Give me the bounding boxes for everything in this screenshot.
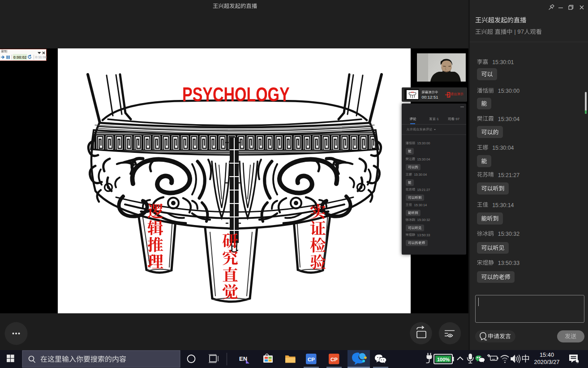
svg-text:15:30:14: 15:30:14 xyxy=(492,202,514,208)
svg-text:15:30:04: 15:30:04 xyxy=(498,116,519,122)
svg-text:·97: ·97 xyxy=(455,117,459,121)
svg-text:13:50:33: 13:50:33 xyxy=(498,260,519,266)
svg-text:·1: ·1 xyxy=(436,117,439,121)
svg-text:15:30:32: 15:30:32 xyxy=(417,218,430,222)
svg-text:15:21:27: 15:21:27 xyxy=(417,188,430,192)
svg-text:15:30:04: 15:30:04 xyxy=(414,173,427,177)
svg-text:15:30:01: 15:30:01 xyxy=(492,59,514,65)
svg-text:| 97: | 97 xyxy=(514,28,524,35)
svg-text:15:30:14: 15:30:14 xyxy=(414,203,427,207)
svg-text:13:50:33: 13:50:33 xyxy=(417,233,430,237)
svg-text:15:30:00: 15:30:00 xyxy=(498,88,519,94)
svg-text:15:30:00: 15:30:00 xyxy=(417,141,430,145)
svg-text:15:30:04: 15:30:04 xyxy=(417,157,430,161)
svg-text:15:30:32: 15:30:32 xyxy=(498,231,519,237)
svg-text:15:21:27: 15:21:27 xyxy=(498,172,519,178)
svg-text:15:30:04: 15:30:04 xyxy=(492,145,514,151)
